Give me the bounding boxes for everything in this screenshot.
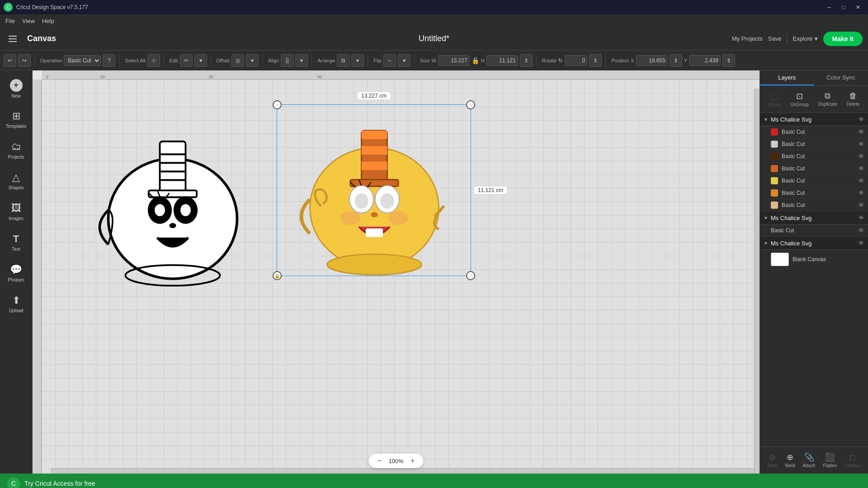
flip-label: Flip (373, 58, 382, 63)
delete-button[interactable]: 🗑 Delete (843, 89, 863, 109)
operation-label: Operation (40, 58, 62, 63)
svg-point-30 (388, 211, 409, 225)
canvas-area[interactable]: 0 10 20 30 (33, 70, 760, 474)
redo-button[interactable]: ↪ (18, 54, 31, 67)
undo-button[interactable]: ↩ (4, 54, 16, 67)
layer-eye-0[interactable]: 👁 (858, 128, 864, 136)
layer-item-3[interactable]: Basic Cut 👁 (760, 163, 868, 175)
duplicate-button[interactable]: ⧉ Duplicate (815, 89, 841, 109)
layer-eye-g2-0[interactable]: 👁 (858, 227, 864, 234)
operation-help-button[interactable]: ? (103, 54, 115, 67)
width-input[interactable] (438, 55, 470, 66)
attach-button[interactable]: 📎 Attach (800, 450, 818, 470)
lock-handle[interactable]: 🔒 (273, 271, 282, 280)
layer-eye-5[interactable]: 👁 (858, 189, 864, 197)
eye-icon-group-1[interactable]: 👁 (858, 116, 864, 123)
layer-item-1[interactable]: Basic Cut 👁 (760, 138, 868, 150)
sidebar-item-text[interactable]: T Text (2, 228, 31, 257)
expand-icon-1: ▼ (764, 117, 768, 122)
delete-icon: 🗑 (849, 91, 857, 101)
slice-button[interactable]: ⊘ Slice (764, 450, 780, 470)
sidebar-item-templates[interactable]: ⊞ Templates (2, 105, 31, 134)
layer-eye-2[interactable]: 👁 (858, 153, 864, 160)
explore-button[interactable]: Explore ▾ (793, 35, 817, 42)
rotate-input[interactable] (565, 55, 587, 66)
weld-button[interactable]: ⊕ Weld (782, 450, 798, 470)
flip-button[interactable]: ↔ (383, 54, 396, 67)
align-dropdown[interactable]: ▾ (295, 54, 308, 67)
align-button[interactable]: ⣿ (281, 54, 293, 67)
hamburger-button[interactable] (5, 32, 20, 46)
layer-eye-3[interactable]: 👁 (858, 165, 864, 172)
layer-item-6[interactable]: Basic Cut 👁 (760, 199, 868, 211)
edit-button[interactable]: ✂ (180, 54, 193, 67)
size-arrows[interactable]: ⇕ (520, 54, 533, 67)
layer-item-g2-0[interactable]: Basic Cut 👁 (760, 225, 868, 237)
group-button[interactable]: ⬚ Group (765, 89, 785, 109)
flip-dropdown[interactable]: ▾ (398, 54, 410, 67)
offset-button[interactable]: ◎ (231, 54, 244, 67)
save-button[interactable]: Save (768, 35, 782, 42)
offset-dropdown[interactable]: ▾ (246, 54, 259, 67)
make-it-button[interactable]: Make It (823, 32, 863, 46)
lock-icon[interactable]: 🔒 (472, 57, 479, 64)
y-label: Y (684, 58, 687, 63)
x-arrows[interactable]: ⇕ (670, 54, 682, 67)
x-input[interactable] (636, 55, 668, 66)
ungroup-button[interactable]: ⊡ UnGroup (787, 89, 812, 109)
zoom-out-button[interactable]: − (374, 455, 385, 466)
scale-handle[interactable]: ↗ (466, 271, 475, 280)
select-all-button[interactable]: ⊹ (147, 54, 160, 67)
close-handle[interactable]: ✕ (273, 100, 282, 109)
height-input[interactable] (486, 55, 518, 66)
layer-item-5[interactable]: Basic Cut 👁 (760, 187, 868, 199)
arrange-dropdown[interactable]: ▾ (351, 54, 364, 67)
edit-dropdown[interactable]: ▾ (194, 54, 207, 67)
layer-group-3-header[interactable]: ▼ Ms Chalice Svg 👁 (760, 237, 868, 250)
menu-help[interactable]: Help (42, 18, 54, 24)
sidebar-item-phrases[interactable]: 💬 Phrases (2, 258, 31, 287)
sidebar-item-new[interactable]: + New (2, 74, 31, 103)
sidebar-item-shapes[interactable]: △ Shapes (2, 166, 31, 195)
menu-file[interactable]: File (5, 18, 15, 24)
layer-item-4[interactable]: Basic Cut 👁 (760, 175, 868, 187)
contour-button[interactable]: ◻ Contour (842, 450, 863, 470)
flatten-icon: ⬛ (825, 452, 835, 462)
horizontal-scrollbar[interactable] (51, 468, 754, 474)
my-projects-button[interactable]: My Projects (732, 35, 763, 42)
flatten-button[interactable]: ⬛ Flatten (821, 450, 840, 470)
close-button[interactable]: ✕ (852, 2, 864, 12)
layer-group-1-header[interactable]: ▼ Ms Chalice Svg 👁 (760, 113, 868, 126)
operation-toolbar: ↩ ↪ Operation Basic Cut ? Select All ⊹ E… (0, 51, 868, 70)
rotate-arrows[interactable]: ⇕ (589, 54, 602, 67)
restore-button[interactable]: □ (837, 2, 850, 12)
minimize-button[interactable]: ─ (823, 2, 835, 12)
images-icon: 🖼 (11, 202, 21, 214)
layer-item-0[interactable]: Basic Cut 👁 (760, 126, 868, 138)
zoom-in-button[interactable]: + (407, 455, 418, 466)
canvas-label: Canvas (27, 34, 56, 43)
operation-select[interactable]: Basic Cut (64, 55, 101, 66)
layer-eye-4[interactable]: 👁 (858, 177, 864, 184)
cricut-access-banner[interactable]: C Try Cricut Access for free (0, 474, 868, 488)
layer-eye-1[interactable]: 👁 (858, 141, 864, 148)
y-input[interactable] (689, 55, 721, 66)
tab-color-sync[interactable]: Color Sync (814, 70, 868, 85)
vertical-scrollbar[interactable] (754, 89, 760, 474)
tab-layers[interactable]: Layers (760, 70, 814, 85)
y-arrows[interactable]: ⇕ (722, 54, 735, 67)
layer-item-2[interactable]: Basic Cut 👁 (760, 150, 868, 163)
sidebar-item-projects[interactable]: 🗂 Projects (2, 136, 31, 164)
layer-eye-6[interactable]: 👁 (858, 202, 864, 209)
sidebar-new-label: New (11, 94, 20, 99)
eye-icon-group-3[interactable]: 👁 (858, 239, 864, 247)
menu-view[interactable]: View (22, 18, 35, 24)
sidebar-item-upload[interactable]: ⬆ Upload (2, 289, 31, 318)
eye-icon-group-2[interactable]: 👁 (858, 214, 864, 221)
layer-group-2-header[interactable]: ▼ Ms Chalice Svg 👁 (760, 211, 868, 225)
color-drawing-selected[interactable]: ✕ ↻ 🔒 ↗ 13.227 cm 11.121 cm (277, 104, 471, 276)
arrange-button[interactable]: ⧉ (337, 54, 349, 67)
rotate-handle[interactable]: ↻ (466, 100, 475, 109)
sidebar-item-images[interactable]: 🖼 Images (2, 197, 31, 226)
sidebar-projects-label: Projects (8, 155, 24, 160)
